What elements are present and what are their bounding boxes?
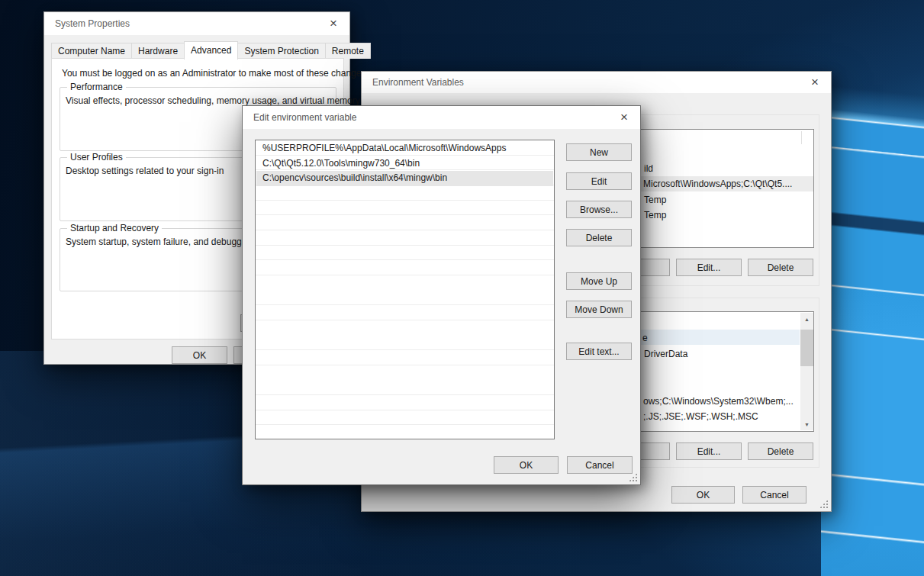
window-title: Edit environment variable [243, 112, 356, 123]
edit-text-button[interactable]: Edit text... [566, 343, 632, 360]
environment-variables-titlebar[interactable]: Environment Variables × [362, 72, 831, 93]
tab-computer-name[interactable]: Computer Name [51, 43, 132, 59]
ok-button[interactable]: OK [172, 346, 227, 364]
list-value-fragment[interactable]: ild [644, 161, 813, 176]
scroll-up-icon[interactable]: ▲ [800, 313, 813, 325]
scroll-down-icon[interactable]: ▼ [800, 418, 813, 430]
user-profiles-group-label: User Profiles [67, 152, 126, 163]
tab-system-protection[interactable]: System Protection [237, 43, 325, 59]
list-value-fragment[interactable]: ;.JS;.JSE;.WSF;.WSH;.MSC [643, 409, 813, 424]
performance-group-label: Performance [67, 82, 126, 92]
list-value-fragment[interactable]: ows;C:\Windows\System32\Wbem;... [643, 394, 813, 409]
cancel-button[interactable]: Cancel [567, 456, 633, 474]
list-value-fragment[interactable]: Temp [644, 208, 813, 223]
startup-recovery-group-label: Startup and Recovery [67, 223, 162, 233]
window-title: System Properties [44, 18, 130, 29]
path-entry[interactable]: %USERPROFILE%\AppData\Local\Microsoft\Wi… [256, 141, 553, 156]
admin-note: You must be logged on as an Administrato… [62, 68, 336, 79]
move-up-button[interactable]: Move Up [566, 272, 632, 290]
user-profiles-group-desc: Desktop settings related to your sign-in [66, 166, 224, 176]
wallpaper-light-beams [821, 72, 924, 576]
resize-grip[interactable] [629, 473, 637, 481]
window-title: Environment Variables [362, 77, 464, 88]
system-delete-button[interactable]: Delete [748, 442, 813, 460]
tab-hardware[interactable]: Hardware [131, 43, 185, 59]
close-icon[interactable]: × [317, 12, 349, 35]
column-separator [801, 131, 802, 144]
scrollbar-thumb[interactable] [800, 330, 813, 366]
new-button[interactable]: New [566, 143, 632, 161]
vertical-scrollbar[interactable]: ▲ ▼ [800, 313, 813, 430]
system-properties-titlebar[interactable]: System Properties × [44, 12, 349, 35]
tab-remote[interactable]: Remote [325, 43, 371, 59]
ok-button[interactable]: OK [671, 486, 735, 504]
path-entry[interactable]: C:\Qt\Qt5.12.0\Tools\mingw730_64\bin [256, 156, 553, 172]
move-down-button[interactable]: Move Down [566, 301, 632, 318]
edit-variable-titlebar[interactable]: Edit environment variable × [243, 106, 640, 129]
path-entry-selected[interactable]: C:\opencv\sources\build\install\x64\ming… [256, 171, 553, 186]
list-value-fragment[interactable]: Microsoft\WindowsApps;C:\Qt\Qt5.... [643, 176, 813, 191]
user-edit-button[interactable]: Edit... [676, 259, 742, 276]
browse-button[interactable]: Browse... [566, 201, 632, 218]
system-properties-tabs: Computer Name Hardware Advanced System P… [51, 42, 370, 59]
desktop: System Properties × Computer Name Hardwa… [0, 0, 924, 576]
list-value-fragment[interactable]: DriverData [644, 346, 813, 362]
user-delete-button[interactable]: Delete [748, 259, 813, 276]
edit-button[interactable]: Edit [566, 172, 632, 190]
tab-advanced[interactable]: Advanced [184, 41, 238, 60]
system-edit-button[interactable]: Edit... [676, 442, 742, 460]
close-icon[interactable]: × [608, 106, 640, 129]
cancel-button[interactable]: Cancel [742, 486, 806, 504]
list-value-fragment[interactable]: e [642, 330, 813, 346]
resize-grip[interactable] [819, 500, 828, 508]
list-value-fragment[interactable]: Temp [644, 192, 813, 208]
delete-button[interactable]: Delete [566, 229, 632, 246]
ok-button[interactable]: OK [494, 456, 559, 474]
path-entries-listbox[interactable]: %USERPROFILE%\AppData\Local\Microsoft\Wi… [255, 140, 555, 439]
edit-environment-variable-dialog: Edit environment variable × %USERPROFILE… [242, 105, 641, 485]
close-icon[interactable]: × [799, 72, 831, 93]
performance-group-desc: Visual effects, processor scheduling, me… [66, 95, 360, 106]
